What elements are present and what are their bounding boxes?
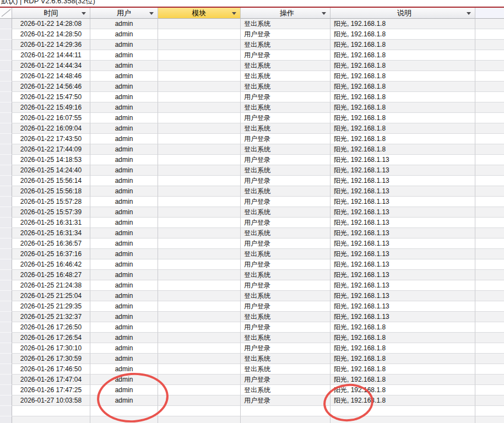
cell-user[interactable]: admin (90, 134, 158, 144)
cell-description[interactable]: 阳光, 192.168.1.13 (330, 186, 475, 197)
cell-user[interactable]: admin (90, 322, 158, 333)
cell-operation[interactable]: 用户登录 (241, 280, 330, 291)
cell-user[interactable]: admin (90, 280, 158, 291)
cell-user[interactable]: admin (90, 197, 158, 207)
cell-module[interactable] (158, 102, 241, 113)
cell-module[interactable] (158, 385, 241, 395)
row-selector[interactable] (0, 375, 12, 385)
cell-time[interactable]: 2026-01-22 14:28:08 (12, 19, 90, 29)
cell-user[interactable] (90, 416, 158, 423)
cell-user[interactable]: admin (90, 270, 158, 280)
cell-module[interactable] (158, 238, 241, 249)
cell-time[interactable]: 2026-01-25 21:25:04 (12, 291, 90, 301)
cell-user[interactable]: admin (90, 375, 158, 385)
cell-user[interactable]: admin (90, 218, 158, 228)
cell-module[interactable] (158, 92, 241, 102)
cell-operation[interactable]: 登出系统 (241, 19, 330, 29)
cell-description[interactable]: 阳光, 192.168.1.13 (330, 197, 475, 207)
cell-description[interactable]: 阳光, 192.168.1.13 (330, 165, 475, 176)
cell-operation[interactable]: 用户登录 (241, 155, 330, 165)
row-selector[interactable] (0, 395, 12, 406)
cell-time[interactable]: 2026-01-22 17:43:50 (12, 134, 90, 144)
cell-module[interactable] (158, 322, 241, 333)
cell-time[interactable]: 2026-01-22 14:48:46 (12, 71, 90, 82)
cell-user[interactable]: admin (90, 176, 158, 186)
cell-module[interactable] (158, 155, 241, 165)
cell-module[interactable] (158, 364, 241, 375)
cell-time[interactable]: 2026-01-22 15:49:16 (12, 102, 90, 113)
cell-module[interactable] (158, 375, 241, 385)
filter-dropdown-icon[interactable] (232, 12, 236, 15)
cell-description[interactable]: 阳光, 192.168.1.13 (330, 155, 475, 165)
row-selector[interactable] (0, 416, 12, 423)
cell-time[interactable]: 2026-01-22 14:44:34 (12, 61, 90, 71)
cell-time[interactable]: 2026-01-26 17:46:50 (12, 364, 90, 375)
row-selector[interactable] (0, 312, 12, 322)
cell-module[interactable] (158, 333, 241, 343)
cell-time[interactable]: 2026-01-27 10:03:58 (12, 395, 90, 406)
cell-operation[interactable]: 登出系统 (241, 385, 330, 395)
cell-module[interactable] (158, 270, 241, 280)
row-selector[interactable] (0, 343, 12, 354)
cell-module[interactable] (158, 50, 241, 61)
cell-description[interactable]: 阳光, 192.168.1.8 (330, 333, 475, 343)
cell-operation[interactable]: 用户登录 (241, 50, 330, 61)
cell-module[interactable] (158, 291, 241, 301)
row-selector[interactable] (0, 197, 12, 207)
cell-module[interactable] (158, 71, 241, 82)
cell-operation[interactable]: 登出系统 (241, 165, 330, 176)
cell-module[interactable] (158, 354, 241, 364)
cell-description[interactable]: 阳光, 192.168.1.13 (330, 270, 475, 280)
cell-description[interactable]: 阳光, 192.168.1.13 (330, 218, 475, 228)
cell-time[interactable]: 2026-01-25 15:57:39 (12, 207, 90, 218)
cell-module[interactable] (158, 82, 241, 92)
cell-module[interactable] (158, 301, 241, 312)
cell-time[interactable] (12, 406, 90, 416)
cell-operation[interactable]: 用户登录 (241, 218, 330, 228)
cell-description[interactable]: 阳光, 192.168.1.8 (330, 322, 475, 333)
cell-module[interactable] (158, 61, 241, 71)
row-selector[interactable] (0, 82, 12, 92)
cell-user[interactable]: admin (90, 259, 158, 270)
row-selector[interactable] (0, 207, 12, 218)
cell-user[interactable]: admin (90, 50, 158, 61)
row-selector[interactable] (0, 228, 12, 238)
cell-description[interactable]: 阳光, 192.168.1.8 (330, 113, 475, 123)
row-selector[interactable] (0, 102, 12, 113)
cell-module[interactable] (158, 40, 241, 50)
cell-module[interactable] (158, 113, 241, 123)
cell-operation[interactable]: 登出系统 (241, 123, 330, 134)
row-selector[interactable] (0, 123, 12, 134)
cell-time[interactable]: 2026-01-22 16:09:04 (12, 123, 90, 134)
cell-time[interactable]: 2026-01-26 17:47:25 (12, 385, 90, 395)
cell-module[interactable] (158, 218, 241, 228)
cell-operation[interactable]: 登出系统 (241, 40, 330, 50)
cell-operation[interactable]: 登出系统 (241, 249, 330, 259)
row-selector[interactable] (0, 259, 12, 270)
cell-time[interactable]: 2026-01-25 16:31:31 (12, 218, 90, 228)
cell-module[interactable] (158, 207, 241, 218)
cell-description[interactable]: 阳光, 192.168.1.8 (330, 354, 475, 364)
row-selector[interactable] (0, 186, 12, 197)
cell-description[interactable]: 阳光, 192.168.1.8 (330, 29, 475, 40)
column-header-operation[interactable]: 操作 (241, 8, 330, 19)
cell-description[interactable]: 阳光, 192.168.1.13 (330, 249, 475, 259)
cell-time[interactable]: 2026-01-22 14:44:11 (12, 50, 90, 61)
filter-dropdown-icon[interactable] (467, 12, 471, 15)
cell-module[interactable] (158, 19, 241, 29)
cell-operation[interactable]: 用户登录 (241, 301, 330, 312)
cell-description[interactable] (330, 406, 475, 416)
column-header-module[interactable]: 模块 (158, 8, 241, 19)
cell-user[interactable]: admin (90, 354, 158, 364)
cell-operation[interactable]: 用户登录 (241, 375, 330, 385)
cell-description[interactable]: 阳光, 192.168.1.8 (330, 364, 475, 375)
cell-operation[interactable]: 用户登录 (241, 29, 330, 40)
cell-operation[interactable]: 登出系统 (241, 333, 330, 343)
cell-time[interactable]: 2026-01-22 17:44:09 (12, 144, 90, 155)
row-selector[interactable] (0, 144, 12, 155)
cell-time[interactable]: 2026-01-26 17:30:59 (12, 354, 90, 364)
cell-user[interactable]: admin (90, 364, 158, 375)
cell-description[interactable] (330, 416, 475, 423)
cell-description[interactable]: 阳光, 192.168.1.13 (330, 312, 475, 322)
row-selector[interactable] (0, 113, 12, 123)
